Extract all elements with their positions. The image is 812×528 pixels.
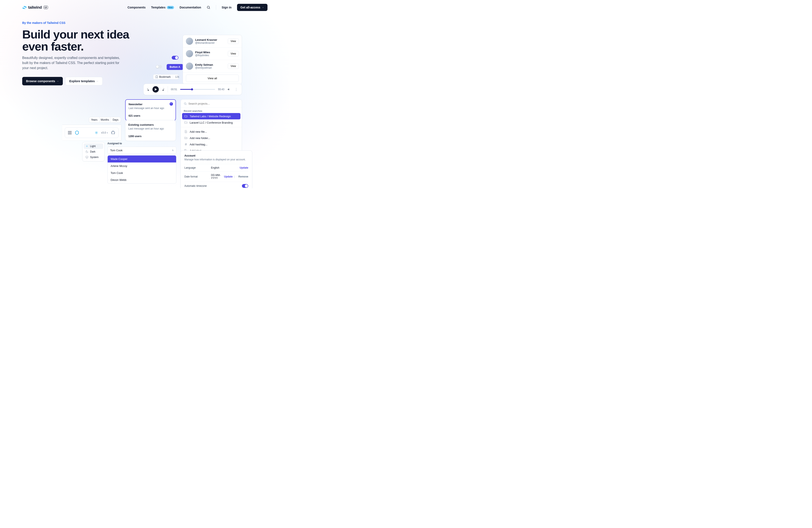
hexagon-logo-icon xyxy=(75,130,79,135)
svg-point-6 xyxy=(86,146,88,147)
volume-icon[interactable] xyxy=(227,88,231,91)
hashtag-icon xyxy=(184,142,188,146)
skip-back-icon[interactable]: 15 xyxy=(147,88,150,91)
version-selector[interactable]: v3.0 ▾ xyxy=(101,131,108,134)
search-icon[interactable] xyxy=(207,5,211,9)
folder-icon xyxy=(184,115,188,118)
svg-point-0 xyxy=(207,6,209,9)
avatar xyxy=(186,50,193,57)
svg-point-3 xyxy=(184,103,186,104)
signin-link[interactable]: Sign in xyxy=(222,6,232,9)
avatar xyxy=(186,62,193,70)
monitor-icon xyxy=(85,156,88,159)
theme-light[interactable]: Light xyxy=(84,144,103,149)
theme-system[interactable]: System xyxy=(84,154,103,160)
new-badge: New xyxy=(167,6,174,9)
play-button[interactable] xyxy=(153,86,159,92)
range-tabs: Years Months Days xyxy=(89,117,121,123)
sun-icon[interactable] xyxy=(95,131,98,134)
search-icon xyxy=(184,102,187,105)
person-row: Floyd Miles @floydmiles View xyxy=(183,47,242,60)
view-all-button[interactable]: View all xyxy=(186,75,239,82)
folder-plus-icon xyxy=(184,136,188,140)
chevron-updown-icon: ⇅ xyxy=(172,149,174,151)
tab-years[interactable]: Years xyxy=(89,117,100,123)
folder-icon xyxy=(184,121,188,124)
audio-player: 15 15 00:51 55:43 ⋮ xyxy=(143,84,242,95)
update-link[interactable]: Update xyxy=(224,175,233,178)
select-option[interactable]: Arlene Mccoy xyxy=(107,163,176,169)
action-add-file[interactable]: Add new file... xyxy=(182,129,241,135)
newsletter-card[interactable]: Existing customers Last message sent an … xyxy=(125,120,176,141)
hero-headline: Build your next idea even faster. xyxy=(22,28,141,52)
select-field[interactable]: Tom Cook ⇅ xyxy=(107,147,176,154)
skip-forward-icon[interactable]: 15 xyxy=(161,88,165,91)
remove-link[interactable]: Remove xyxy=(238,175,248,178)
person-row: Emily Selman @emilyselman View xyxy=(183,60,242,73)
more-icon[interactable]: ⋮ xyxy=(234,88,239,91)
tab-months[interactable]: Months xyxy=(100,117,110,123)
recent-item[interactable]: Tailwind Labs / Website Redesign xyxy=(182,113,241,119)
chevron-down-icon: ▾ xyxy=(107,132,108,134)
theme-dark[interactable]: Dark xyxy=(84,149,103,154)
view-button[interactable]: View xyxy=(228,63,239,69)
person-row: Leonard Krasner @leonardkrasner View xyxy=(183,35,242,47)
sun-icon xyxy=(85,145,88,148)
svg-text:15: 15 xyxy=(148,90,149,91)
search-input[interactable] xyxy=(188,102,239,105)
newsletter-card-selected[interactable]: Newsletter Last message sent an hour ago… xyxy=(125,99,176,121)
arrow-right-icon: → xyxy=(56,80,59,82)
tab-days[interactable]: Days xyxy=(111,117,121,123)
account-panel: Account Manage how information is displa… xyxy=(180,150,252,188)
assigned-to-select: Assigned to Tom Cook ⇅ Wade Cooper Arlen… xyxy=(107,142,176,184)
svg-point-5 xyxy=(96,132,97,133)
elapsed-time: 00:51 xyxy=(171,88,177,91)
auto-timezone-toggle[interactable] xyxy=(242,184,248,188)
hero-subtitle: Beautifully designed, expertly crafted c… xyxy=(22,55,124,71)
browse-components-button[interactable]: Browse components → xyxy=(22,77,63,85)
view-button[interactable]: View xyxy=(228,39,239,44)
select-option[interactable]: Wade Cooper xyxy=(107,155,176,163)
nav-templates[interactable]: Templates New xyxy=(151,6,174,9)
view-button[interactable]: View xyxy=(228,51,239,56)
nav-components[interactable]: Components xyxy=(128,6,146,9)
action-add-hashtag[interactable]: Add hashtag... xyxy=(182,141,241,148)
bookmark-button[interactable]: Bookmark 12k xyxy=(153,74,178,79)
nav-documentation[interactable]: Documentation xyxy=(179,6,201,9)
select-option[interactable]: Tom Cook xyxy=(107,169,176,177)
update-link[interactable]: Update xyxy=(240,166,248,169)
brand-name: tailwind xyxy=(28,5,42,10)
theme-picker: Light Dark System xyxy=(82,142,105,162)
menu-icon[interactable] xyxy=(68,131,72,134)
arrow-right-icon: → xyxy=(262,6,264,9)
total-time: 55:43 xyxy=(218,88,224,91)
get-access-button[interactable]: Get all-access → xyxy=(237,4,267,11)
select-dropdown: Wade Cooper Arlene Mccoy Tom Cook Devon … xyxy=(107,155,176,184)
recent-label: Recent searches xyxy=(181,108,242,113)
brand-suffix: UI xyxy=(44,6,48,9)
hero-eyebrow: By the makers of Tailwind CSS xyxy=(22,21,267,25)
logo[interactable]: tailwind UI xyxy=(22,5,48,10)
tailwind-logo-icon xyxy=(22,6,27,9)
bookmark-count: 12k xyxy=(173,75,181,78)
avatar xyxy=(186,37,193,45)
check-icon xyxy=(170,102,173,106)
select-option[interactable]: Devon Webb xyxy=(107,177,176,183)
people-list: Leonard Krasner @leonardkrasner View Flo… xyxy=(183,35,242,84)
app-shell-preview: v3.0 ▾ xyxy=(62,125,121,140)
github-icon[interactable] xyxy=(111,130,115,135)
svg-rect-7 xyxy=(86,156,88,157)
progress-track[interactable] xyxy=(180,89,215,90)
svg-text:15: 15 xyxy=(162,90,164,91)
moon-icon xyxy=(85,150,88,153)
arrow-right-icon: → xyxy=(96,80,99,82)
action-add-folder[interactable]: Add new folder... xyxy=(182,135,241,141)
search-panel: Recent searches Tailwind Labs / Website … xyxy=(180,99,242,156)
file-plus-icon xyxy=(184,130,188,133)
bookmark-icon xyxy=(156,75,158,78)
explore-templates-button[interactable]: Explore templates → xyxy=(66,77,103,85)
recent-item[interactable]: Laravel LLC / Conference Branding xyxy=(182,119,241,126)
